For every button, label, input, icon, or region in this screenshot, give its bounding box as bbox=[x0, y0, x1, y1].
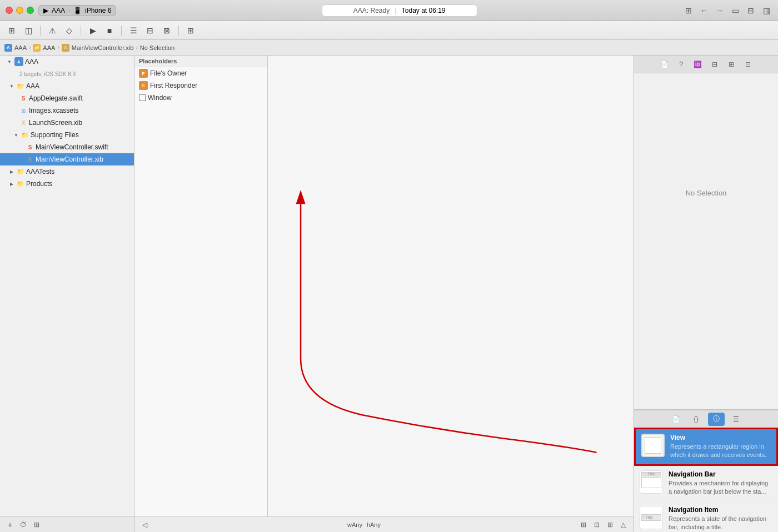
xib-icon-1: X bbox=[19, 119, 27, 127]
obj-item-navitem[interactable]: ‹ Title Navigation Item Represents a sta… bbox=[634, 501, 778, 532]
minimize-button[interactable] bbox=[16, 7, 23, 14]
breadcrumb: A AAA › 📁 AAA › X MainViewController.xib… bbox=[0, 40, 778, 56]
back-icon[interactable]: ← bbox=[698, 4, 710, 17]
toolbar-separator-2 bbox=[81, 26, 81, 36]
scheme-icon: ▶ bbox=[43, 7, 48, 14]
nav-item-root-subtitle: 2 targets, iOS SDK 8.3 bbox=[0, 68, 134, 80]
nav-item-root[interactable]: A AAA bbox=[0, 56, 134, 68]
ib-canvas[interactable] bbox=[268, 56, 634, 516]
nav-item-aaatests[interactable]: 📁 AAATests bbox=[0, 165, 134, 178]
ib-back-btn[interactable]: ◁ bbox=[139, 519, 150, 530]
outline-item-firstresponder[interactable]: R First Responder bbox=[134, 79, 267, 92]
breadcrumb-icon-2: 📁 bbox=[33, 44, 41, 52]
maximize-button[interactable] bbox=[27, 7, 34, 14]
add-file-btn[interactable]: ◫ bbox=[21, 23, 36, 38]
warning-btn[interactable]: ⚠ bbox=[45, 23, 59, 38]
nav-item-root-label: AAA bbox=[25, 58, 38, 66]
nav-item-launchscreen[interactable]: X LaunchScreen.xib bbox=[0, 117, 134, 129]
navitem-thumb: ‹ Title bbox=[640, 506, 663, 529]
view-title: View bbox=[670, 434, 771, 441]
toolbar-separator-1 bbox=[40, 26, 41, 36]
sidebar-toggle-icon[interactable]: ⊞ bbox=[682, 4, 695, 17]
nav-item-mvc-xib[interactable]: X MainViewController.xib bbox=[0, 153, 134, 165]
editor-version-icon[interactable]: ▥ bbox=[760, 4, 772, 17]
view-info: View Represents a rectangular region in … bbox=[670, 434, 771, 460]
stop-btn[interactable]: ■ bbox=[102, 23, 117, 38]
obj-tab-code[interactable]: {} bbox=[688, 413, 705, 426]
breakpoint-btn[interactable]: ◇ bbox=[62, 23, 76, 38]
aaatests-disclosure bbox=[8, 168, 15, 175]
scheme-selector[interactable]: ▶ AAA › 📱 iPhone 6 bbox=[38, 5, 116, 16]
nav-item-images[interactable]: ⊞ Images.xcassets bbox=[0, 104, 134, 117]
forward-icon[interactable]: → bbox=[714, 4, 726, 17]
firstresponder-icon: R bbox=[139, 81, 148, 90]
obj-item-navbar[interactable]: Title Navigation Bar Provides a mechanis… bbox=[634, 466, 778, 501]
aaatests-folder-icon: 📁 bbox=[17, 168, 24, 175]
layout-btn[interactable]: ⊞ bbox=[183, 23, 198, 38]
obj-tab-list[interactable]: ☰ bbox=[728, 413, 745, 426]
obj-tab-new-file[interactable]: 📄 bbox=[668, 413, 685, 426]
obj-item-view[interactable]: View Represents a rectangular region in … bbox=[634, 428, 778, 466]
breadcrumb-item-3[interactable]: MainViewController.xib bbox=[72, 44, 134, 51]
filter-btn[interactable]: ⏱ bbox=[18, 519, 29, 530]
nav-item-aaa[interactable]: 📁 AAA bbox=[0, 80, 134, 92]
device-icon: 📱 bbox=[73, 7, 82, 14]
toolbar: ⊞ ◫ ⚠ ◇ ▶ ■ ☰ ⊟ ⊠ ⊞ bbox=[0, 21, 778, 40]
outline-item-window[interactable]: Window bbox=[134, 92, 267, 104]
inspector-tab-identity[interactable]: 🆔 bbox=[690, 58, 706, 71]
navbar-title: Navigation Bar bbox=[669, 470, 772, 478]
ib-constraint-btn[interactable]: ⊡ bbox=[591, 519, 602, 530]
inspector-tab-attributes[interactable]: ⊟ bbox=[707, 58, 722, 71]
outline-item-filesowner[interactable]: F File's Owner bbox=[134, 67, 267, 79]
status-time: Today at 06:19 bbox=[402, 7, 446, 14]
red-annotation-arrow bbox=[268, 56, 634, 516]
ib-align-btn[interactable]: ⊞ bbox=[605, 519, 616, 530]
close-button[interactable] bbox=[6, 7, 13, 14]
project-subtitle: 2 targets, iOS SDK 8.3 bbox=[19, 71, 76, 77]
object-library-list: View Represents a rectangular region in … bbox=[634, 428, 778, 532]
utilities-btn[interactable]: ⊟ bbox=[143, 23, 157, 38]
obj-tab-circle-i[interactable]: ⓘ bbox=[708, 413, 725, 426]
supporting-files-disclosure bbox=[13, 132, 19, 138]
ib-layout: Placeholders F File's Owner R First Resp… bbox=[134, 56, 634, 516]
recent-files-btn[interactable]: ⊞ bbox=[31, 519, 42, 530]
add-file-bottom-btn[interactable]: + bbox=[4, 519, 16, 530]
nav-label-aaa: AAA bbox=[26, 82, 39, 90]
breadcrumb-item-1[interactable]: AAA bbox=[14, 44, 27, 51]
run-btn[interactable]: ▶ bbox=[86, 23, 100, 38]
inspector-tab-connections[interactable]: ⊡ bbox=[740, 58, 756, 71]
ib-resolve-btn[interactable]: △ bbox=[618, 519, 629, 530]
breadcrumb-item-2[interactable]: AAA bbox=[43, 44, 55, 51]
editor-assistant-icon[interactable]: ⊟ bbox=[745, 4, 757, 17]
view-desc: Represents a rectangular region in which… bbox=[670, 443, 771, 460]
nav-item-products[interactable]: 📁 Products bbox=[0, 178, 134, 190]
ib-bottom-right: ⊞ ⊡ ⊞ △ bbox=[578, 519, 629, 530]
nav-item-supporting-files[interactable]: 📁 Supporting Files bbox=[0, 129, 134, 141]
view-thumb bbox=[641, 434, 665, 457]
navitem-desc: Represents a state of the navigation bar… bbox=[669, 515, 772, 532]
ib-zoom-fit-btn[interactable]: ⊞ bbox=[578, 519, 589, 530]
navigator-btn[interactable]: ☰ bbox=[126, 23, 141, 38]
status-bar: AAA: Ready | Today at 06:19 bbox=[322, 4, 477, 17]
main-area: A AAA 2 targets, iOS SDK 8.3 📁 AAA S App… bbox=[0, 56, 778, 532]
no-selection-text: No Selection bbox=[634, 189, 778, 197]
ib-bottom-bar: ◁ wAny hAny ⊞ ⊡ ⊞ △ bbox=[134, 516, 634, 532]
inspector-tab-quickhelp[interactable]: ? bbox=[674, 58, 689, 71]
nav-label-launchscreen: LaunchScreen.xib bbox=[29, 119, 82, 127]
new-file-btn[interactable]: ⊞ bbox=[4, 23, 19, 38]
breadcrumb-sep-2: › bbox=[57, 44, 59, 51]
filesowner-label: File's Owner bbox=[150, 69, 187, 77]
debug-area-btn[interactable]: ⊠ bbox=[159, 23, 174, 38]
inspector-tab-file[interactable]: 📄 bbox=[657, 58, 672, 71]
device-name: iPhone 6 bbox=[85, 7, 111, 14]
xcassets-icon: ⊞ bbox=[19, 107, 27, 114]
toolbar-separator-4 bbox=[178, 26, 179, 36]
size-class-display: wAny hAny bbox=[347, 521, 381, 528]
ib-outline: Placeholders F File's Owner R First Resp… bbox=[134, 56, 268, 516]
breadcrumb-item-4[interactable]: No Selection bbox=[140, 44, 174, 51]
editor-standard-icon[interactable]: ▭ bbox=[729, 4, 741, 17]
nav-item-appdelegate[interactable]: S AppDelegate.swift bbox=[0, 92, 134, 104]
nav-item-mvc-swift[interactable]: S MainViewController.swift bbox=[0, 141, 134, 153]
inspector-tab-size[interactable]: ⊞ bbox=[724, 58, 739, 71]
outline-section-placeholders: Placeholders bbox=[134, 56, 267, 67]
